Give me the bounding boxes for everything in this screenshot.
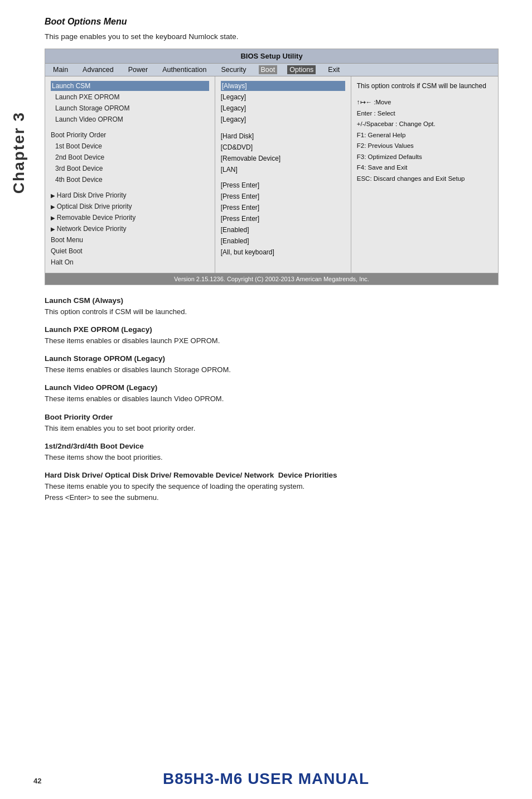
menu-authentication[interactable]: Authentication xyxy=(160,65,209,74)
bios-item-network-priority[interactable]: Network Device Priority xyxy=(51,224,209,234)
menu-advanced[interactable]: Advanced xyxy=(80,65,116,74)
bios-main-area: Launch CSM Launch PXE OPROM Launch Stora… xyxy=(45,76,498,273)
bios-val-removable-priority: [Press Enter] xyxy=(221,203,345,213)
manual-title: B85H3-M6 USER MANUAL xyxy=(0,770,532,788)
bios-item-boot-menu[interactable]: Boot Menu xyxy=(51,235,209,245)
bios-item-3rd-boot[interactable]: 3rd Boot Device xyxy=(51,163,209,174)
bios-val-boot-menu: [Enabled] xyxy=(221,225,345,235)
bios-val-pxe: [Legacy] xyxy=(221,92,345,102)
section-heading-boot-devices: 1st/2nd/3rd/4th Boot Device xyxy=(45,442,499,450)
bios-item-launch-pxe[interactable]: Launch PXE OPROM xyxy=(51,92,209,102)
bios-help-text: This option controls if CSM will be laun… xyxy=(357,81,492,92)
bios-val-3rd-boot: [Removable Device] xyxy=(221,153,345,163)
bios-mid-col: [Always] [Legacy] [Legacy] [Legacy] [Har… xyxy=(215,76,351,273)
section-body-csm: This option controls if CSM will be laun… xyxy=(45,306,499,317)
bios-item-removable-priority[interactable]: Removable Device Priority xyxy=(51,213,209,223)
chapter-label: Chapter 3 xyxy=(10,112,28,194)
shortcut-enter: Enter : Select xyxy=(357,108,492,119)
bios-item-hdd-priority[interactable]: Hard Disk Drive Priority xyxy=(51,190,209,200)
page-number: 42 xyxy=(33,777,41,785)
bios-val-1st-boot: [Hard Disk] xyxy=(221,131,345,141)
bios-right-col: This option controls if CSM will be laun… xyxy=(351,76,498,273)
section-heading-pxe: Launch PXE OPROM (Legacy) xyxy=(45,325,499,334)
section-body-video: These items enables or disables launch V… xyxy=(45,393,499,405)
bios-header: BIOS Setup Utility xyxy=(45,49,498,64)
menu-power[interactable]: Power xyxy=(126,65,150,74)
menu-boot[interactable]: Boot xyxy=(259,65,278,74)
menu-main[interactable]: Main xyxy=(51,65,70,74)
bios-val-video: [Legacy] xyxy=(221,114,345,124)
bios-item-launch-csm[interactable]: Launch CSM xyxy=(51,81,209,91)
section-body-priorities: These items enable you to specify the se… xyxy=(45,481,499,503)
bios-val-hdd-priority: [Press Enter] xyxy=(221,180,345,190)
bios-item-1st-boot[interactable]: 1st Boot Device xyxy=(51,141,209,151)
section-heading-boot-priority: Boot Priority Order xyxy=(45,413,499,421)
bios-val-storage: [Legacy] xyxy=(221,103,345,113)
menu-security[interactable]: Security xyxy=(219,65,248,74)
bios-item-launch-video[interactable]: Launch Video OPROM xyxy=(51,114,209,124)
bios-shortcuts: ↑↦← :Move Enter : Select +/-/Spacebar : … xyxy=(357,97,492,184)
sections-container: Launch CSM (Always) This option controls… xyxy=(45,296,499,503)
section-heading-video: Launch Video OPROM (Legacy) xyxy=(45,383,499,392)
menu-options[interactable]: Options xyxy=(287,65,316,74)
shortcut-f4: F4: Save and Exit xyxy=(357,162,492,174)
bios-val-halt-on: [All, but keyboard] xyxy=(221,247,345,257)
bios-val-4th-boot: [LAN] xyxy=(221,165,345,175)
shortcut-f3: F3: Optimized Defaults xyxy=(357,152,492,163)
shortcut-f1: F1: General Help xyxy=(357,130,492,141)
bios-val-2nd-boot: [CD&DVD] xyxy=(221,142,345,152)
bios-item-halt-on[interactable]: Halt On xyxy=(51,257,209,267)
bios-item-optical-priority[interactable]: Optical Disk Drive priority xyxy=(51,201,209,211)
shortcut-f2: F2: Previous Values xyxy=(357,141,492,152)
bios-item-quiet-boot[interactable]: Quiet Boot xyxy=(51,246,209,256)
shortcut-esc: ESC: Discard changes and Exit Setup xyxy=(357,174,492,185)
bios-setup-box: BIOS Setup Utility Main Advanced Power A… xyxy=(45,49,499,285)
section-body-boot-devices: These items show the boot priorities. xyxy=(45,452,499,463)
section-heading-priorities: Hard Disk Drive/ Optical Disk Drive/ Rem… xyxy=(45,471,499,479)
intro-text: This page enables you to set the keyboar… xyxy=(45,32,499,41)
shortcut-spacebar: +/-/Spacebar : Change Opt. xyxy=(357,119,492,130)
footer-area: B85H3-M6 USER MANUAL xyxy=(0,770,532,788)
bios-item-boot-priority: Boot Priority Order xyxy=(51,130,209,140)
bios-val-quiet-boot: [Enabled] xyxy=(221,236,345,246)
bios-left-col: Launch CSM Launch PXE OPROM Launch Stora… xyxy=(45,76,215,273)
section-body-storage: These items enables or disables launch S… xyxy=(45,364,499,376)
section-heading-csm: Launch CSM (Always) xyxy=(45,296,499,305)
bios-menubar[interactable]: Main Advanced Power Authentication Secur… xyxy=(45,64,498,76)
bios-val-network-priority: [Press Enter] xyxy=(221,214,345,224)
shortcut-move: ↑↦← :Move xyxy=(357,97,492,108)
bios-val-csm: [Always] xyxy=(221,81,345,91)
bios-item-2nd-boot[interactable]: 2nd Boot Device xyxy=(51,152,209,162)
section-body-pxe: These items enables or disables launch P… xyxy=(45,335,499,346)
bios-footer: Version 2.15.1236. Copyright (C) 2002-20… xyxy=(45,273,498,285)
section-body-boot-priority: This item enables you to set boot priori… xyxy=(45,423,499,434)
bios-item-launch-storage[interactable]: Launch Storage OPROM xyxy=(51,103,209,113)
section-heading-storage: Launch Storage OPROM (Legacy) xyxy=(45,354,499,363)
bios-val-optical-priority: [Press Enter] xyxy=(221,191,345,201)
bios-item-4th-boot[interactable]: 4th Boot Device xyxy=(51,175,209,185)
menu-exit[interactable]: Exit xyxy=(326,65,342,74)
page-title: Boot Options Menu xyxy=(45,17,499,27)
